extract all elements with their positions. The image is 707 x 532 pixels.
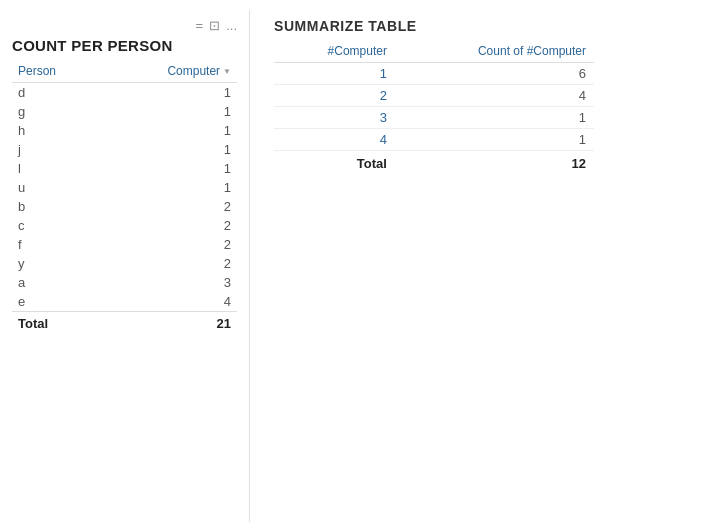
summarize-total-value: 12 <box>395 151 594 177</box>
count-row-computer: 1 <box>102 121 237 140</box>
count-table-row: e4 <box>12 292 237 312</box>
count-table: Person Computer ▼ d1g1h1j1l1u1b2c2f2y2a3… <box>12 62 237 335</box>
count-table-row: f2 <box>12 235 237 254</box>
count-table-row: j1 <box>12 140 237 159</box>
count-total-value: 21 <box>102 312 237 336</box>
count-row-computer: 1 <box>102 140 237 159</box>
count-table-row: b2 <box>12 197 237 216</box>
count-table-row: l1 <box>12 159 237 178</box>
count-table-row: g1 <box>12 102 237 121</box>
count-table-row: y2 <box>12 254 237 273</box>
count-row-person: b <box>12 197 102 216</box>
count-row-computer: 2 <box>102 216 237 235</box>
summarize-table: #Computer Count of #Computer 16243141 To… <box>274 42 594 176</box>
count-table-row: h1 <box>12 121 237 140</box>
count-row-person: l <box>12 159 102 178</box>
left-panel-title: COUNT PER PERSON <box>12 37 237 54</box>
count-row-computer: 1 <box>102 83 237 103</box>
expand-icon[interactable]: ⊡ <box>209 18 220 33</box>
summarize-table-row: 31 <box>274 107 594 129</box>
count-row-computer: 2 <box>102 235 237 254</box>
summarize-row-count: 1 <box>395 107 594 129</box>
count-row-computer: 1 <box>102 102 237 121</box>
summarize-total-label: Total <box>274 151 395 177</box>
more-icon[interactable]: ... <box>226 18 237 33</box>
count-table-row: d1 <box>12 83 237 103</box>
count-row-person: c <box>12 216 102 235</box>
summarize-row-computer: 3 <box>274 107 395 129</box>
count-row-computer: 2 <box>102 254 237 273</box>
count-total-label: Total <box>12 312 102 336</box>
summarize-col-header-computer: #Computer <box>274 42 395 63</box>
count-row-computer: 2 <box>102 197 237 216</box>
col-header-person: Person <box>12 62 102 83</box>
count-row-person: y <box>12 254 102 273</box>
count-row-computer: 4 <box>102 292 237 312</box>
count-table-row: a3 <box>12 273 237 292</box>
panel-controls: = ⊡ ... <box>12 18 237 33</box>
computer-col-label: Computer <box>167 64 220 78</box>
left-panel: = ⊡ ... COUNT PER PERSON Person Computer… <box>0 10 250 522</box>
summarize-col-header-count: Count of #Computer <box>395 42 594 63</box>
summarize-row-computer: 2 <box>274 85 395 107</box>
count-table-row: c2 <box>12 216 237 235</box>
count-row-person: f <box>12 235 102 254</box>
count-row-person: e <box>12 292 102 312</box>
summarize-row-count: 1 <box>395 129 594 151</box>
count-row-person: d <box>12 83 102 103</box>
summarize-table-row: 24 <box>274 85 594 107</box>
summarize-panel-title: SUMMARIZE TABLE <box>274 18 683 34</box>
count-row-person: u <box>12 178 102 197</box>
summarize-row-count: 6 <box>395 63 594 85</box>
summarize-table-row: 16 <box>274 63 594 85</box>
summarize-row-count: 4 <box>395 85 594 107</box>
count-row-computer: 3 <box>102 273 237 292</box>
count-row-computer: 1 <box>102 178 237 197</box>
summarize-row-computer: 4 <box>274 129 395 151</box>
resize-icon[interactable]: = <box>196 18 204 33</box>
summarize-row-computer: 1 <box>274 63 395 85</box>
count-row-person: g <box>12 102 102 121</box>
filter-icon[interactable]: ▼ <box>223 67 231 76</box>
count-row-computer: 1 <box>102 159 237 178</box>
count-row-person: a <box>12 273 102 292</box>
count-table-row: u1 <box>12 178 237 197</box>
summarize-table-row: 41 <box>274 129 594 151</box>
count-row-person: j <box>12 140 102 159</box>
right-panel: SUMMARIZE TABLE #Computer Count of #Comp… <box>250 10 707 522</box>
col-header-computer[interactable]: Computer ▼ <box>102 62 237 83</box>
count-row-person: h <box>12 121 102 140</box>
